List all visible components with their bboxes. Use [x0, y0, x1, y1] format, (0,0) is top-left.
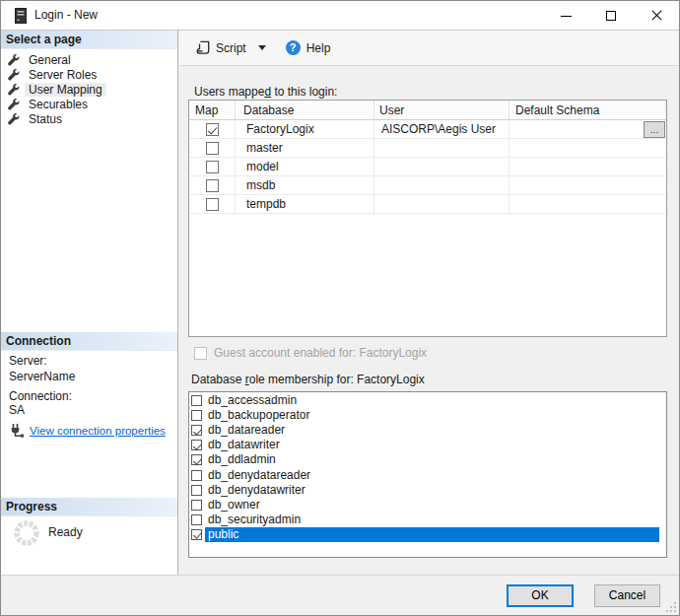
users-table-body: FactoryLogix AISCORP\Aegis User master m…	[189, 120, 666, 214]
users-table-row[interactable]: tempdb	[189, 195, 666, 214]
close-button[interactable]	[634, 1, 679, 30]
role-checkbox[interactable]	[191, 470, 202, 481]
map-checkbox[interactable]	[206, 198, 219, 211]
role-list-item[interactable]: db_backupoperator	[189, 408, 666, 423]
users-table-column-header: Map	[189, 101, 236, 119]
connection-value: SA	[9, 403, 25, 417]
role-list-item[interactable]: db_datareader	[189, 423, 666, 438]
sidebar: Select a page General Server Roles User …	[1, 31, 178, 576]
help-label: Help	[306, 41, 331, 55]
script-icon	[196, 40, 210, 55]
database-cell: tempdb	[236, 195, 374, 213]
wrench-icon	[8, 84, 20, 96]
progress-status: Ready	[48, 525, 83, 539]
help-icon: ?	[286, 40, 301, 55]
map-checkbox[interactable]	[206, 161, 219, 173]
login-server-icon	[15, 8, 27, 24]
user-cell	[374, 139, 510, 157]
users-mapped-table: MapDatabaseUserDefault Schema FactoryLog…	[188, 100, 667, 337]
users-table-column-header: Default Schema	[510, 101, 666, 119]
default-schema-cell[interactable]	[510, 195, 666, 213]
database-cell: FactoryLogix	[236, 120, 374, 138]
sidebar-page-item[interactable]: Securables	[1, 97, 177, 111]
login-new-dialog: Login - New Select a page General Server…	[0, 0, 680, 616]
guest-account-checkbox	[194, 347, 207, 360]
role-list-item[interactable]: public	[189, 527, 666, 542]
titlebar: Login - New	[1, 1, 679, 31]
role-checkbox[interactable]	[191, 395, 202, 406]
default-schema-cell[interactable]	[510, 139, 666, 157]
guest-account-label: Guest account enabled for: FactoryLogix	[214, 346, 427, 360]
users-table-row[interactable]: master	[189, 139, 666, 158]
role-list-item[interactable]: db_denydatareader	[189, 467, 666, 482]
main-panel: Script ? Help Users mapped to this login…	[179, 31, 678, 576]
role-membership-list[interactable]: db_accessadmin db_backupoperator db_data…	[188, 391, 667, 558]
ok-button[interactable]: OK	[507, 584, 574, 607]
sidebar-page-item[interactable]: Status	[1, 111, 177, 126]
resize-grip[interactable]	[665, 601, 677, 613]
users-mapped-label: Users mapped to this login:	[194, 85, 337, 99]
role-list-item[interactable]: db_ddladmin	[189, 452, 666, 467]
connection-header: Connection	[1, 332, 177, 351]
view-connection-properties-link[interactable]: View connection properties	[30, 425, 166, 437]
role-checkbox[interactable]	[191, 440, 202, 450]
users-table-column-header: Database	[236, 101, 374, 119]
role-membership-label: Database role membership for: FactoryLog…	[191, 373, 425, 386]
connection-label: Connection:	[9, 389, 72, 403]
script-button[interactable]: Script	[192, 35, 270, 61]
minimize-button[interactable]	[543, 1, 588, 30]
cancel-button[interactable]: Cancel	[594, 584, 660, 607]
users-table-header-row: MapDatabaseUserDefault Schema	[189, 101, 666, 120]
role-list-item[interactable]: db_securityadmin	[189, 513, 666, 527]
role-checkbox[interactable]	[191, 485, 202, 496]
server-label: Server:	[9, 354, 47, 368]
role-list-item[interactable]: db_accessadmin	[189, 393, 666, 408]
help-button[interactable]: ? Help	[270, 35, 335, 61]
map-checkbox[interactable]	[206, 179, 219, 192]
sidebar-page-item[interactable]: User Mapping	[1, 82, 177, 97]
maximize-button[interactable]	[588, 1, 634, 30]
script-label: Script	[216, 41, 246, 55]
default-schema-cell[interactable]	[510, 158, 666, 175]
map-checkbox[interactable]	[206, 142, 219, 155]
progress-spinner-icon	[13, 519, 40, 547]
default-schema-browse-button[interactable]: ...	[644, 121, 665, 138]
role-list-item[interactable]: db_denydatawriter	[189, 483, 666, 498]
guest-account-row: Guest account enabled for: FactoryLogix	[194, 346, 427, 360]
role-checkbox[interactable]	[191, 514, 202, 525]
maximize-icon	[606, 11, 616, 21]
user-cell	[374, 195, 510, 213]
sidebar-page-item[interactable]: General	[1, 52, 177, 67]
wrench-icon	[8, 69, 20, 81]
user-cell: AISCORP\Aegis User	[374, 120, 510, 138]
role-checkbox[interactable]	[191, 454, 202, 465]
wrench-icon	[8, 99, 20, 110]
close-icon	[650, 15, 663, 16]
server-value: ServerName	[9, 370, 75, 383]
role-checkbox[interactable]	[191, 410, 202, 421]
connection-properties-icon	[9, 423, 25, 439]
progress-header: Progress	[1, 498, 177, 516]
map-checkbox[interactable]	[206, 123, 219, 136]
role-checkbox[interactable]	[191, 425, 202, 436]
role-list-item[interactable]: db_datawriter	[189, 438, 666, 452]
user-cell	[374, 176, 510, 194]
window-title: Login - New	[34, 1, 98, 30]
page-list: General Server Roles User Mapping Secura…	[1, 52, 177, 126]
users-table-row[interactable]: model	[189, 158, 666, 176]
users-table-row[interactable]: FactoryLogix AISCORP\Aegis User	[189, 120, 666, 139]
user-cell	[374, 158, 510, 175]
default-schema-cell[interactable]	[510, 176, 666, 194]
role-checkbox[interactable]	[191, 500, 202, 511]
script-dropdown-arrow-icon[interactable]	[258, 45, 266, 50]
role-checkbox[interactable]	[191, 529, 202, 540]
minimize-icon	[561, 16, 572, 17]
sidebar-page-item[interactable]: Server Roles	[1, 67, 177, 82]
users-table-column-header: User	[374, 101, 510, 119]
role-list-item[interactable]: db_owner	[189, 498, 666, 513]
toolbar: Script ? Help	[179, 31, 678, 66]
wrench-icon	[8, 54, 20, 66]
users-table-row[interactable]: msdb	[189, 176, 666, 195]
wrench-icon	[8, 113, 20, 125]
footer: OK Cancel	[1, 575, 679, 615]
